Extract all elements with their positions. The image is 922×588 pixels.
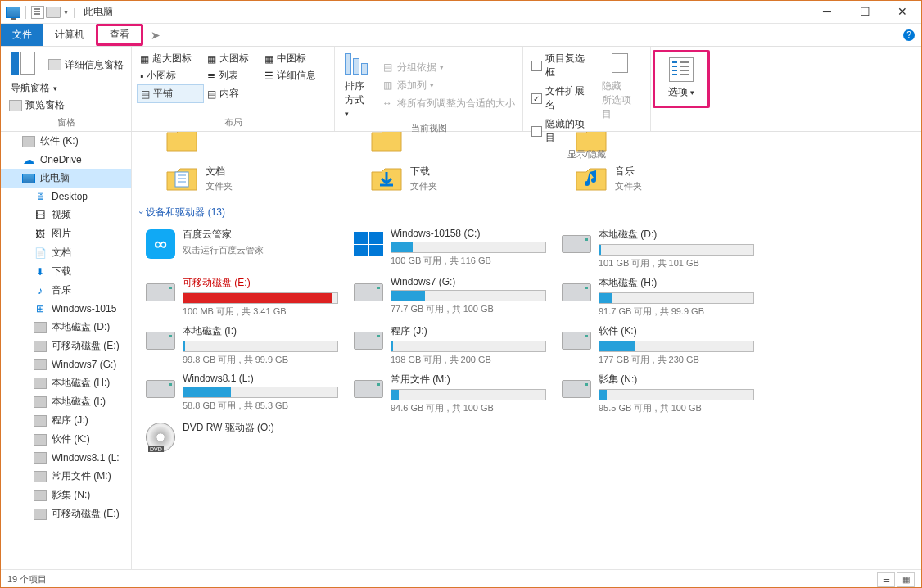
drive-item[interactable]: ∞百度云管家双击运行百度云管家 <box>145 228 350 269</box>
sidebar-item[interactable]: 本地磁盘 (D:) <box>1 318 131 337</box>
layout-large[interactable]: ▦大图标 <box>204 50 261 67</box>
properties-icon[interactable] <box>31 6 44 19</box>
drive-item[interactable]: Windows8.1 (L:)58.8 GB 可用 , 共 85.3 GB <box>145 373 350 414</box>
hide-selected-button[interactable]: 隐藏所选项目 <box>597 50 645 147</box>
sidebar-item[interactable]: 🖥Desktop <box>1 188 131 206</box>
preview-pane-button[interactable]: 预览窗格 <box>6 97 126 114</box>
drive-item[interactable]: 本地磁盘 (I:)99.8 GB 可用 , 共 99.9 GB <box>145 324 350 366</box>
sidebar-item[interactable]: 软件 (K:) <box>1 132 131 151</box>
sidebar-item[interactable]: ⬇下载 <box>1 262 131 281</box>
sidebar-item[interactable]: 可移动磁盘 (E:) <box>1 504 131 523</box>
qat-dropdown-icon[interactable]: ▾ <box>64 7 68 16</box>
sidebar-icon <box>22 135 35 148</box>
details-pane-button[interactable]: 详细信息窗格 <box>45 57 127 74</box>
drive-item[interactable]: Windows7 (G:)77.7 GB 可用 , 共 100 GB <box>353 276 558 318</box>
sidebar-item[interactable]: 🖼图片 <box>1 224 131 243</box>
maximize-button[interactable]: ☐ <box>846 1 884 24</box>
sidebar-item[interactable]: ⊞Windows-1015 <box>1 300 131 318</box>
sidebar-item[interactable]: 常用文件 (M:) <box>1 467 131 486</box>
folder-name: 音乐 <box>615 165 642 179</box>
tab-file[interactable]: 文件 <box>1 24 43 46</box>
sidebar-item[interactable]: ☁OneDrive <box>1 151 131 169</box>
drive-usage-bar <box>183 341 338 352</box>
minimize-button[interactable]: ─ <box>808 1 846 24</box>
drive-name: 本地磁盘 (I:) <box>183 324 350 338</box>
section-header-drives[interactable]: ›设备和驱动器 (13) <box>140 201 913 224</box>
folder-item[interactable]: 下载文件夹 <box>369 161 549 196</box>
drive-item[interactable]: 本地磁盘 (H:)91.7 GB 可用 , 共 99.9 GB <box>561 276 766 318</box>
nav-pane-button[interactable] <box>6 50 42 79</box>
nav-pane[interactable]: 软件 (K:)☁OneDrive此电脑🖥Desktop🎞视频🖼图片📄文档⬇下载♪… <box>1 132 132 569</box>
sidebar-label: 程序 (J:) <box>52 414 88 427</box>
drive-name: 百度云管家 <box>183 228 350 242</box>
drive-item[interactable]: 常用文件 (M:)94.6 GB 可用 , 共 100 GB <box>353 373 558 414</box>
sidebar-label: 本地磁盘 (H:) <box>52 376 110 390</box>
folder-item[interactable]: 音乐文件夹 <box>574 161 754 196</box>
drive-icon <box>561 279 592 305</box>
sidebar-item[interactable]: Windows7 (G:) <box>1 355 131 373</box>
drive-usage-bar <box>183 387 338 398</box>
checkbox-hidden[interactable]: 隐藏的项目 <box>528 115 597 147</box>
sidebar-item[interactable]: 软件 (K:) <box>1 430 131 449</box>
window-title: 此电脑 <box>84 5 113 19</box>
drive-item[interactable]: 程序 (J:)198 GB 可用 , 共 200 GB <box>353 324 558 366</box>
content-pane[interactable]: xxx 文档文件夹下载文件夹音乐文件夹 ›设备和驱动器 (13) ∞百度云管家双… <box>132 132 921 569</box>
close-button[interactable]: ✕ <box>884 1 921 24</box>
drive-subtitle: 双击运行百度云管家 <box>183 244 350 256</box>
sidebar-item[interactable]: 可移动磁盘 (E:) <box>1 337 131 355</box>
layout-tiles[interactable]: ▤平铺 <box>137 84 204 103</box>
checkbox-item-checkboxes[interactable]: 项目复选框 <box>528 50 597 81</box>
addcols-button[interactable]: ▥添加列 ▾ <box>377 77 518 94</box>
disk-icon[interactable] <box>46 7 61 18</box>
drive-item[interactable]: 本地磁盘 (D:)101 GB 可用 , 共 101 GB <box>561 228 766 269</box>
sidebar-icon <box>34 340 47 353</box>
sidebar-icon <box>34 414 47 427</box>
groupby-button[interactable]: ▤分组依据 ▾ <box>377 59 518 76</box>
drive-usage-bar <box>599 389 754 400</box>
drive-stat: 77.7 GB 可用 , 共 100 GB <box>391 303 558 315</box>
layout-content[interactable]: ▤内容 <box>204 84 261 103</box>
sidebar-label: 软件 (K:) <box>40 134 79 148</box>
app-icon[interactable] <box>6 7 20 18</box>
sidebar-item[interactable]: 本地磁盘 (I:) <box>1 392 131 411</box>
sidebar-item[interactable]: ♪音乐 <box>1 281 131 300</box>
drive-stat: 101 GB 可用 , 共 101 GB <box>599 257 766 269</box>
view-icons-icon[interactable]: ▦ <box>897 572 915 587</box>
sidebar-item[interactable]: 本地磁盘 (H:) <box>1 373 131 392</box>
folder-item-partial[interactable]: x <box>369 132 549 158</box>
drive-item[interactable]: 影集 (N:)95.5 GB 可用 , 共 100 GB <box>561 373 766 414</box>
pin-icon[interactable]: ➤ <box>143 24 168 46</box>
sidebar-label: 本地磁盘 (I:) <box>52 395 106 409</box>
title-bar: ▾ | 此电脑 ─ ☐ ✕ <box>1 1 921 24</box>
sidebar-label: 此电脑 <box>40 171 70 185</box>
drive-item[interactable]: Windows-10158 (C:)100 GB 可用 , 共 116 GB <box>353 228 558 269</box>
help-button[interactable]: ? <box>897 24 921 46</box>
checkbox-extensions[interactable]: ✓文件扩展名 <box>528 83 597 114</box>
sidebar-item[interactable]: 程序 (J:) <box>1 411 131 430</box>
layout-list[interactable]: ≣列表 <box>204 67 261 84</box>
folder-item[interactable]: 文档文件夹 <box>165 161 345 196</box>
drive-item[interactable]: 可移动磁盘 (E:)100 MB 可用 , 共 3.41 GB <box>145 276 350 318</box>
drive-stat: 95.5 GB 可用 , 共 100 GB <box>599 402 766 414</box>
drive-item[interactable]: 软件 (K:)177 GB 可用 , 共 230 GB <box>561 324 766 366</box>
sidebar-item[interactable]: Windows8.1 (L: <box>1 449 131 467</box>
sidebar-item[interactable]: 此电脑 <box>1 169 131 188</box>
sidebar-item[interactable]: 📄文档 <box>1 243 131 262</box>
options-button[interactable]: 选项 ▾ <box>653 50 710 108</box>
tab-computer[interactable]: 计算机 <box>43 24 96 46</box>
layout-details[interactable]: ☰详细信息 <box>261 67 335 84</box>
layout-small[interactable]: ▪小图标 <box>137 67 204 84</box>
layout-xlarge[interactable]: ▦超大图标 <box>137 50 204 67</box>
folder-item-partial[interactable]: x <box>165 132 345 158</box>
fitcols-button[interactable]: ↔将所有列调整为合适的大小 <box>377 95 518 112</box>
layout-medium[interactable]: ▦中图标 <box>261 50 335 67</box>
sidebar-item[interactable]: 🎞视频 <box>1 206 131 224</box>
tab-view[interactable]: 查看 <box>96 24 143 46</box>
sidebar-item[interactable]: 影集 (N:) <box>1 486 131 504</box>
sort-button[interactable]: 排序方式 ▾ <box>340 50 374 120</box>
view-details-icon[interactable]: ☰ <box>877 572 895 587</box>
drive-icon <box>145 279 176 305</box>
drive-icon <box>145 328 176 354</box>
drive-item[interactable]: DVDDVD RW 驱动器 (O:) <box>145 421 350 450</box>
nav-pane-label[interactable]: 导航窗格 ▾ <box>7 79 126 97</box>
